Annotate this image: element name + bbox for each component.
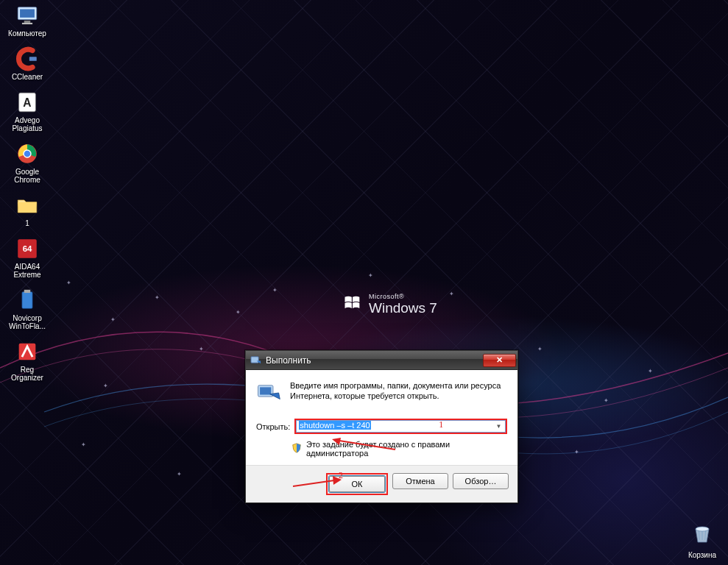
chrome-icon	[15, 141, 40, 166]
desktop-icon-advego[interactable]: A Advego Plagiatus	[4, 88, 50, 134]
browse-button[interactable]: Обзор…	[453, 473, 509, 489]
reg-organizer-icon	[15, 339, 40, 364]
close-icon: ✕	[496, 355, 503, 365]
desktop-icon-label: Advego Plagiatus	[4, 116, 50, 132]
desktop-icon-label: Reg Organizer	[4, 366, 50, 382]
svg-text:A: A	[23, 96, 31, 109]
desktop-icon-label: Компьютер	[8, 29, 46, 38]
svg-rect-18	[260, 387, 271, 394]
admin-note: Это задание будет создано с правами адми…	[306, 440, 507, 458]
aida64-icon: 64	[15, 236, 40, 261]
desktop-icon-aida64[interactable]: 64 AIDA64 Extreme	[4, 235, 50, 280]
windows-flag-icon	[342, 293, 363, 316]
open-combobox[interactable]: shutdown –s –t 240 ▼ 1	[294, 419, 507, 434]
desktop-icon-label: Google Chrome	[4, 168, 50, 184]
dialog-footer: 2 ОК Отмена Обзор…	[246, 465, 517, 502]
brand-small: Microsoft®	[369, 293, 437, 300]
ccleaner-icon	[15, 46, 40, 71]
svg-point-9	[24, 151, 31, 157]
dialog-description: Введите имя программы, папки, документа …	[290, 380, 507, 408]
svg-point-15	[696, 527, 709, 531]
svg-rect-1	[20, 10, 35, 18]
desktop-icon-chrome[interactable]: Google Chrome	[4, 140, 50, 185]
brand-logo: Microsoft® Windows 7	[342, 293, 437, 316]
ok-button[interactable]: ОК	[329, 476, 385, 492]
svg-rect-12	[22, 292, 32, 309]
recycle-bin-icon	[689, 520, 715, 550]
ok-highlight: ОК	[326, 473, 388, 495]
desktop-icon-reg-organizer[interactable]: Reg Organizer	[4, 338, 50, 383]
open-label: Открыть:	[256, 422, 290, 431]
advego-icon: A	[15, 90, 40, 115]
cancel-button[interactable]: Отмена	[392, 473, 448, 489]
desktop-icon-wintoflash[interactable]: Novicorp WinToFla...	[4, 286, 50, 332]
desktop-icon-label: CCleaner	[12, 73, 43, 81]
svg-rect-4	[29, 57, 37, 61]
svg-text:64: 64	[23, 244, 32, 253]
desktop-icon-ccleaner[interactable]: CCleaner	[4, 45, 50, 82]
close-button[interactable]: ✕	[483, 354, 516, 367]
run-dialog: Выполнить ✕ Введите имя программы, папки…	[245, 350, 518, 503]
desktop-icon-computer[interactable]: Компьютер	[4, 1, 50, 39]
computer-icon	[15, 3, 40, 28]
dialog-body: Введите имя программы, папки, документа …	[246, 370, 517, 465]
svg-rect-13	[24, 290, 31, 293]
recycle-bin-label: Корзина	[688, 551, 716, 559]
desktop-icon-label: Novicorp WinToFla...	[4, 314, 50, 330]
desktop-icon-label: 1	[25, 219, 29, 227]
open-input[interactable]: shutdown –s –t 240	[297, 421, 493, 432]
dropdown-arrow-icon[interactable]: ▼	[493, 420, 504, 433]
folder-icon	[15, 193, 40, 218]
run-dialog-icon	[256, 380, 281, 408]
run-titlebar-icon	[250, 355, 261, 366]
desktop[interactable]: ✦ ✦ ✦ ✦ ✦ ✦ ✦ ✦ ✦ ✦ ✦ ✦ ✦ ✦ ✦ Microsoft®…	[0, 0, 728, 565]
dialog-title: Выполнить	[266, 355, 478, 366]
desktop-icons-column: Компьютер CCleaner A Advego Plagiatus Go…	[4, 1, 50, 383]
svg-rect-2	[24, 21, 31, 23]
recycle-bin[interactable]: Корзина	[679, 520, 725, 559]
desktop-icon-folder-1[interactable]: 1	[4, 191, 50, 229]
dialog-titlebar[interactable]: Выполнить ✕	[246, 351, 517, 370]
shield-icon	[291, 443, 302, 455]
svg-rect-3	[22, 23, 32, 24]
desktop-icon-label: AIDA64 Extreme	[4, 263, 50, 279]
wintoflash-icon	[15, 288, 40, 313]
svg-rect-16	[251, 357, 258, 363]
brand-big: Windows 7	[369, 300, 437, 316]
